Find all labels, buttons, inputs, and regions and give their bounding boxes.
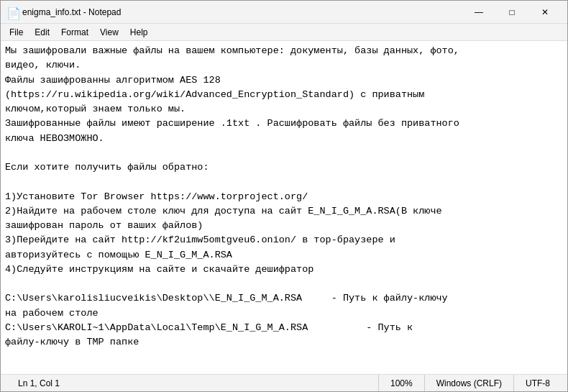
text-area-container bbox=[1, 41, 567, 374]
menu-file[interactable]: File bbox=[4, 26, 29, 39]
menu-format[interactable]: Format bbox=[55, 26, 94, 39]
status-position: Ln 1, Col 1 bbox=[6, 375, 379, 391]
window-title: enigma_info.txt - Notepad bbox=[22, 7, 462, 17]
notepad-window: 📄 enigma_info.txt - Notepad — □ ✕ File E… bbox=[0, 0, 568, 392]
text-editor[interactable] bbox=[1, 41, 567, 374]
menu-edit[interactable]: Edit bbox=[29, 26, 55, 39]
title-bar: 📄 enigma_info.txt - Notepad — □ ✕ bbox=[1, 1, 567, 24]
status-bar: Ln 1, Col 1 100% Windows (CRLF) UTF-8 bbox=[1, 374, 567, 391]
status-line-ending: Windows (CRLF) bbox=[425, 375, 514, 391]
minimize-button[interactable]: — bbox=[462, 1, 495, 24]
window-controls: — □ ✕ bbox=[462, 1, 562, 24]
menu-bar: File Edit Format View Help bbox=[1, 24, 567, 41]
status-encoding: UTF-8 bbox=[514, 375, 562, 391]
status-zoom: 100% bbox=[379, 375, 425, 391]
menu-view[interactable]: View bbox=[94, 26, 124, 39]
menu-help[interactable]: Help bbox=[124, 26, 154, 39]
app-icon: 📄 bbox=[6, 6, 18, 18]
maximize-button[interactable]: □ bbox=[495, 1, 528, 24]
close-button[interactable]: ✕ bbox=[528, 1, 562, 24]
